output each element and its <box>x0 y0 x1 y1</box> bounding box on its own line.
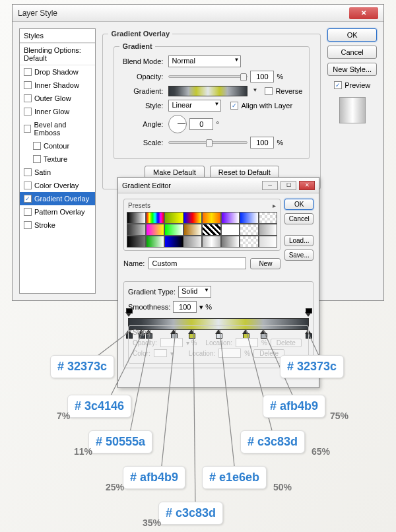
presets-menu-icon[interactable]: ▸ <box>273 202 276 209</box>
presets-label: Presets <box>128 202 150 209</box>
preview-checkbox[interactable]: ✓ <box>334 81 342 89</box>
reverse-checkbox[interactable] <box>265 87 273 95</box>
style-select[interactable]: Linear <box>168 100 221 112</box>
titlebar: Layer Style ✕ <box>13 5 383 22</box>
style-checkbox[interactable] <box>24 182 32 189</box>
style-item-contour[interactable]: Contour <box>20 139 95 152</box>
style-item-texture[interactable]: Texture <box>20 152 95 166</box>
stop-opacity-input[interactable] <box>160 338 183 347</box>
blending-options[interactable]: Blending Options: Default <box>20 43 95 65</box>
ge-titlebar: Gradient Editor ─ ☐ ✕ <box>118 178 319 193</box>
ok-button[interactable]: OK <box>327 28 377 42</box>
preset-swatch[interactable] <box>164 212 183 224</box>
style-item-inner-glow[interactable]: Inner Glow <box>20 105 95 118</box>
preset-swatch[interactable] <box>259 212 278 224</box>
preset-swatch[interactable] <box>221 224 240 236</box>
preset-swatch[interactable] <box>259 236 278 248</box>
callout-tag: # c3c83d <box>158 502 223 525</box>
style-item-outer-glow[interactable]: Outer Glow <box>20 92 95 105</box>
style-item-inner-shadow[interactable]: Inner Shadow <box>20 79 95 92</box>
preset-swatch[interactable] <box>183 224 203 236</box>
callout-tag: # afb4b9 <box>263 395 325 418</box>
maximize-button[interactable]: ☐ <box>280 181 296 190</box>
load-button[interactable]: Load... <box>284 235 314 246</box>
preset-swatch[interactable] <box>202 212 221 224</box>
preset-swatch[interactable] <box>240 236 259 248</box>
preset-swatch[interactable] <box>221 236 240 248</box>
blend-mode-select[interactable]: Normal <box>168 55 241 67</box>
minimize-button[interactable]: ─ <box>262 181 278 190</box>
preset-swatch[interactable] <box>240 224 259 236</box>
styles-panel: Styles Blending Options: Default Drop Sh… <box>19 28 96 294</box>
styles-header[interactable]: Styles <box>20 29 95 43</box>
style-item-color-overlay[interactable]: Color Overlay <box>20 179 95 192</box>
delete-color-stop-button[interactable]: Delete <box>253 349 284 358</box>
style-item-bevel-and-emboss[interactable]: Bevel and Emboss <box>20 118 95 139</box>
preset-swatch[interactable] <box>202 236 221 248</box>
style-item-satin[interactable]: Satin <box>20 166 95 179</box>
preset-swatch[interactable] <box>240 212 259 224</box>
opacity-slider[interactable] <box>168 75 248 78</box>
align-checkbox[interactable]: ✓ <box>230 102 238 110</box>
style-checkbox[interactable]: ✓ <box>24 195 32 203</box>
style-item-gradient-overlay[interactable]: ✓Gradient Overlay <box>20 192 95 205</box>
opacity-stop[interactable] <box>305 312 312 319</box>
ge-ok-button[interactable]: OK <box>284 199 314 210</box>
style-checkbox[interactable] <box>33 155 41 163</box>
preset-swatch[interactable] <box>146 212 165 224</box>
preset-swatch[interactable] <box>127 212 146 224</box>
preset-swatch[interactable] <box>146 224 165 236</box>
new-button[interactable]: New <box>250 258 280 269</box>
style-checkbox[interactable] <box>24 94 32 102</box>
preset-swatch[interactable] <box>202 224 221 236</box>
style-item-stroke[interactable]: Stroke <box>20 218 95 232</box>
preset-swatch[interactable] <box>164 236 183 248</box>
style-checkbox[interactable] <box>24 208 32 216</box>
gradient-swatch[interactable] <box>168 86 248 96</box>
style-checkbox[interactable] <box>24 68 32 76</box>
ge-cancel-button[interactable]: Cancel <box>284 213 314 224</box>
opacity-input[interactable] <box>250 71 274 83</box>
angle-label: Angle: <box>121 120 166 128</box>
subgroup-title: Gradient <box>119 42 154 50</box>
preset-swatch[interactable] <box>259 224 278 236</box>
new-style-button[interactable]: New Style... <box>327 63 377 76</box>
gradient-type-select[interactable]: Solid <box>178 286 211 298</box>
style-checkbox[interactable] <box>33 142 41 150</box>
style-checkbox[interactable] <box>24 168 32 176</box>
style-checkbox[interactable] <box>24 108 32 116</box>
cancel-button[interactable]: Cancel <box>327 46 377 59</box>
preset-swatch[interactable] <box>221 212 240 224</box>
stop-location-input[interactable] <box>236 338 258 347</box>
style-item-drop-shadow[interactable]: Drop Shadow <box>20 65 95 79</box>
callout-pct: 7% <box>57 411 70 421</box>
style-checkbox[interactable] <box>24 81 32 89</box>
opacity-stop[interactable] <box>125 312 132 319</box>
save-button[interactable]: Save... <box>284 249 314 261</box>
preset-swatch[interactable] <box>164 224 183 236</box>
style-item-pattern-overlay[interactable]: Pattern Overlay <box>20 205 95 218</box>
style-checkbox[interactable] <box>24 125 31 133</box>
preset-swatch[interactable] <box>146 236 165 248</box>
preset-swatch[interactable] <box>183 212 203 224</box>
ge-close-button[interactable]: ✕ <box>299 181 315 190</box>
stop-color-location-input[interactable] <box>218 349 241 358</box>
right-column: OK Cancel New Style... ✓ Preview <box>327 28 377 294</box>
close-button[interactable]: ✕ <box>349 7 378 19</box>
angle-input[interactable] <box>189 118 213 130</box>
scale-input[interactable] <box>250 137 274 149</box>
style-label: Style: <box>121 102 166 110</box>
style-checkbox[interactable] <box>24 221 32 229</box>
angle-dial[interactable] <box>168 115 187 133</box>
opacity-label: Opacity: <box>121 73 166 81</box>
preset-swatch[interactable] <box>183 236 203 248</box>
smoothness-input[interactable] <box>173 301 197 313</box>
delete-stop-button[interactable]: Delete <box>271 339 302 347</box>
stop-color-swatch[interactable] <box>154 349 167 357</box>
smoothness-label: Smoothness: <box>128 303 170 311</box>
preset-swatch[interactable] <box>127 224 146 236</box>
gradient-type-box: Gradient Type: Solid Smoothness: ▾ % Sto… <box>123 281 314 368</box>
name-input[interactable] <box>148 257 246 269</box>
scale-slider[interactable] <box>168 141 248 144</box>
preset-swatch[interactable] <box>127 236 146 248</box>
